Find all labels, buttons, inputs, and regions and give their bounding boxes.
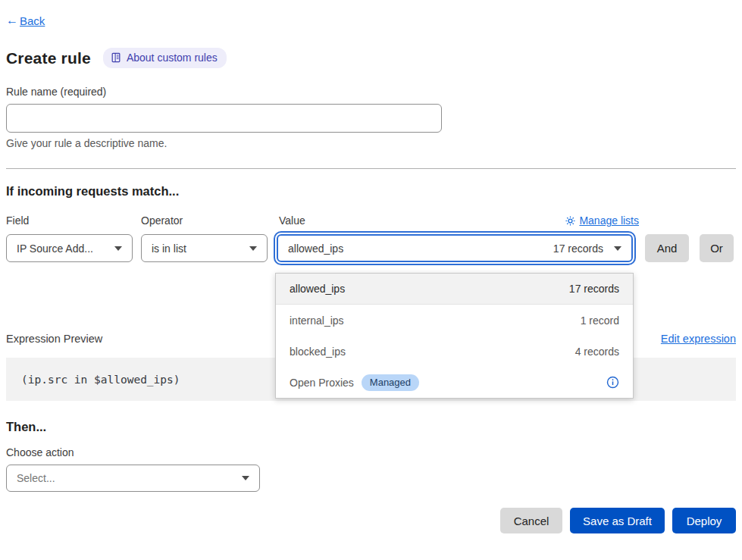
choose-action-label: Choose action — [6, 446, 736, 458]
then-section-heading: Then... — [6, 420, 736, 434]
cancel-button[interactable]: Cancel — [500, 508, 562, 533]
save-as-draft-button[interactable]: Save as Draft — [570, 508, 665, 533]
page-title: Create rule — [6, 49, 91, 67]
field-select[interactable]: IP Source Add... — [6, 234, 133, 262]
match-section-heading: If incoming requests match... — [6, 184, 736, 199]
about-custom-rules-label: About custom rules — [127, 52, 218, 64]
chevron-down-icon — [249, 246, 257, 251]
chevron-down-icon — [614, 246, 621, 251]
list-option-meta: 1 record — [581, 314, 619, 327]
about-custom-rules-link[interactable]: About custom rules — [103, 48, 227, 68]
value-label: Value — [279, 214, 305, 227]
action-select[interactable]: Select... — [6, 465, 260, 492]
value-select[interactable]: allowed_ips 17 records — [277, 234, 633, 262]
info-icon[interactable] — [606, 376, 619, 389]
back-arrow-icon: ← — [6, 14, 18, 27]
manage-lists-link[interactable]: Manage lists — [565, 214, 639, 227]
manage-lists-label: Manage lists — [579, 214, 639, 227]
expression-preview-label: Expression Preview — [6, 333, 102, 345]
and-button[interactable]: And — [645, 234, 689, 262]
operator-label: Operator — [141, 214, 277, 227]
or-button[interactable]: Or — [700, 234, 734, 262]
create-rule-page: ←Back Create rule About custom rules Rul… — [0, 0, 742, 533]
field-label: Field — [6, 214, 141, 227]
expression-code: (ip.src in $allowed_ips) — [21, 374, 180, 386]
operator-select-value: is in list — [152, 242, 186, 255]
list-option-blocked-ips[interactable]: blocked_ips 4 records — [276, 336, 633, 367]
back-link[interactable]: ←Back — [6, 14, 45, 27]
field-select-value: IP Source Add... — [17, 242, 93, 255]
managed-badge: Managed — [362, 374, 419, 391]
value-select-dropdown: allowed_ips 17 records internal_ips 1 re… — [275, 273, 634, 399]
list-option-internal-ips[interactable]: internal_ips 1 record — [276, 305, 633, 336]
section-divider — [6, 168, 736, 169]
list-option-meta: 17 records — [569, 283, 619, 295]
back-link-label: Back — [20, 14, 45, 27]
list-option-open-proxies[interactable]: Open Proxies Managed — [276, 367, 633, 398]
list-option-name: Open Proxies — [290, 377, 354, 389]
list-option-allowed-ips[interactable]: allowed_ips 17 records — [276, 274, 633, 305]
chevron-down-icon — [114, 246, 122, 251]
deploy-button[interactable]: Deploy — [672, 508, 736, 533]
list-option-meta: 4 records — [575, 346, 619, 358]
value-select-name: allowed_ips — [288, 242, 343, 255]
list-option-name: blocked_ips — [290, 346, 346, 358]
rule-name-input[interactable] — [6, 104, 442, 133]
action-select-placeholder: Select... — [17, 472, 55, 484]
edit-expression-link[interactable]: Edit expression — [661, 333, 736, 345]
rule-name-helper: Give your rule a descriptive name. — [6, 137, 736, 149]
operator-select[interactable]: is in list — [141, 234, 268, 262]
rule-name-label: Rule name (required) — [6, 86, 736, 98]
chevron-down-icon — [242, 476, 249, 480]
list-option-name: allowed_ips — [290, 283, 345, 295]
list-option-name: internal_ips — [290, 314, 344, 327]
book-icon — [111, 52, 121, 63]
gear-icon — [565, 216, 575, 226]
value-select-meta: 17 records — [553, 242, 603, 255]
